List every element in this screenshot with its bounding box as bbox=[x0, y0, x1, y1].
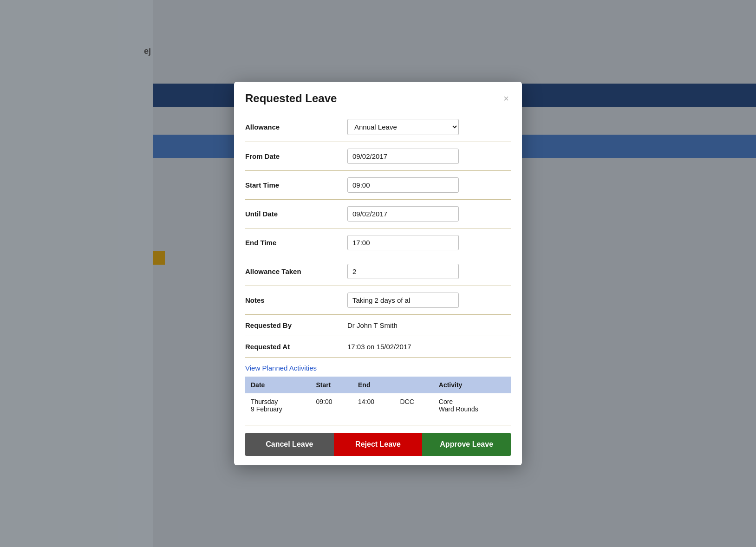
row-date-line2: 9 February bbox=[251, 405, 282, 413]
end-time-input[interactable] bbox=[347, 235, 459, 250]
table-row: Thursday 9 February 09:00 14:00 DCC Core… bbox=[245, 393, 511, 417]
requested-by-value: Dr John T Smith bbox=[347, 321, 511, 329]
requested-at-text: 17:03 on 15/02/2017 bbox=[347, 343, 411, 351]
row-activity: Core Ward Rounds bbox=[433, 393, 511, 417]
until-date-label: Until Date bbox=[245, 210, 347, 218]
allowance-label: Allowance bbox=[245, 123, 347, 131]
row-activity-line1: Core bbox=[439, 398, 453, 405]
from-date-input[interactable] bbox=[347, 149, 459, 164]
from-date-label: From Date bbox=[245, 152, 347, 160]
modal-footer: Cancel Leave Reject Leave Approve Leave bbox=[234, 425, 522, 465]
until-date-value bbox=[347, 206, 511, 221]
allowance-value: Annual Leave bbox=[347, 119, 511, 135]
backdrop: ej Requested Leave × Allowance Annual Le… bbox=[0, 0, 756, 547]
cancel-leave-button[interactable]: Cancel Leave bbox=[245, 433, 334, 456]
requested-by-text: Dr John T Smith bbox=[347, 321, 398, 329]
row-start: 09:00 bbox=[311, 393, 352, 417]
requested-at-value: 17:03 on 15/02/2017 bbox=[347, 343, 511, 351]
requested-by-label: Requested By bbox=[245, 321, 347, 329]
until-date-input[interactable] bbox=[347, 206, 459, 221]
allowance-taken-row: Allowance Taken bbox=[245, 257, 511, 286]
start-time-label: Start Time bbox=[245, 181, 347, 189]
row-code: DCC bbox=[395, 393, 433, 417]
start-time-value bbox=[347, 177, 511, 193]
notes-label: Notes bbox=[245, 296, 347, 304]
reject-leave-button[interactable]: Reject Leave bbox=[334, 433, 423, 456]
close-button[interactable]: × bbox=[502, 94, 511, 103]
from-date-row: From Date bbox=[245, 142, 511, 171]
allowance-taken-label: Allowance Taken bbox=[245, 267, 347, 275]
allowance-row: Allowance Annual Leave bbox=[245, 112, 511, 142]
view-planned-activities-link[interactable]: View Planned Activities bbox=[245, 358, 511, 377]
start-time-row: Start Time bbox=[245, 171, 511, 200]
activities-table: Date Start End Activity Thursday 9 Febru… bbox=[245, 377, 511, 417]
notes-value bbox=[347, 293, 511, 308]
row-end: 14:00 bbox=[352, 393, 394, 417]
notes-row: Notes bbox=[245, 286, 511, 315]
end-time-label: End Time bbox=[245, 239, 347, 247]
start-time-input[interactable] bbox=[347, 177, 459, 193]
until-date-row: Until Date bbox=[245, 200, 511, 228]
requested-at-row: Requested At 17:03 on 15/02/2017 bbox=[245, 336, 511, 358]
notes-input[interactable] bbox=[347, 293, 459, 308]
col-header-start: Start bbox=[311, 377, 352, 393]
row-date-line1: Thursday bbox=[251, 398, 278, 405]
modal-overlay: Requested Leave × Allowance Annual Leave… bbox=[0, 0, 756, 547]
row-activity-line2: Ward Rounds bbox=[439, 405, 478, 413]
modal-dialog: Requested Leave × Allowance Annual Leave… bbox=[234, 82, 522, 465]
modal-body: Allowance Annual Leave From Date Start T… bbox=[234, 112, 522, 425]
col-header-date: Date bbox=[245, 377, 311, 393]
modal-title: Requested Leave bbox=[245, 92, 337, 105]
allowance-taken-input[interactable] bbox=[347, 264, 459, 279]
row-date: Thursday 9 February bbox=[245, 393, 311, 417]
end-time-value bbox=[347, 235, 511, 250]
allowance-select[interactable]: Annual Leave bbox=[347, 119, 459, 135]
requested-at-label: Requested At bbox=[245, 343, 347, 351]
allowance-taken-value bbox=[347, 264, 511, 279]
modal-header: Requested Leave × bbox=[234, 82, 522, 112]
activities-table-header-row: Date Start End Activity bbox=[245, 377, 511, 393]
approve-leave-button[interactable]: Approve Leave bbox=[422, 433, 511, 456]
col-header-end: End bbox=[352, 377, 394, 393]
end-time-row: End Time bbox=[245, 228, 511, 257]
requested-by-row: Requested By Dr John T Smith bbox=[245, 315, 511, 336]
col-header-code bbox=[395, 377, 433, 393]
from-date-value bbox=[347, 149, 511, 164]
col-header-activity: Activity bbox=[433, 377, 511, 393]
